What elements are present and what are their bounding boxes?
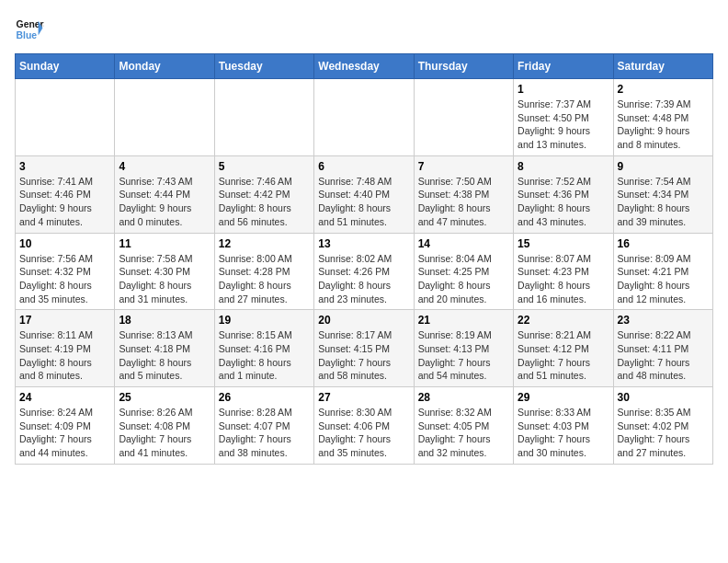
- day-info: Sunrise: 7:46 AM Sunset: 4:42 PM Dayligh…: [219, 175, 310, 229]
- day-number: 15: [518, 237, 609, 250]
- day-number: 21: [418, 314, 509, 327]
- day-number: 19: [219, 314, 310, 327]
- calendar-cell: 25Sunrise: 8:26 AM Sunset: 4:08 PM Dayli…: [115, 387, 214, 465]
- calendar-cell: 1Sunrise: 7:37 AM Sunset: 4:50 PM Daylig…: [514, 79, 613, 156]
- day-info: Sunrise: 7:43 AM Sunset: 4:44 PM Dayligh…: [119, 175, 210, 229]
- day-number: 9: [618, 160, 709, 173]
- day-info: Sunrise: 8:22 AM Sunset: 4:11 PM Dayligh…: [618, 328, 709, 383]
- day-number: 7: [418, 160, 509, 173]
- day-number: 8: [518, 160, 609, 173]
- day-number: 12: [219, 237, 310, 250]
- calendar-cell: 9Sunrise: 7:54 AM Sunset: 4:34 PM Daylig…: [613, 155, 712, 233]
- weekday-header-row: SundayMondayTuesdayWednesdayThursdayFrid…: [16, 54, 713, 79]
- day-number: 20: [318, 314, 409, 327]
- calendar-cell: 13Sunrise: 8:02 AM Sunset: 4:26 PM Dayli…: [314, 233, 414, 310]
- logo-icon: General Blue: [15, 15, 44, 44]
- day-number: 30: [618, 391, 709, 404]
- calendar-cell: 17Sunrise: 8:11 AM Sunset: 4:19 PM Dayli…: [16, 310, 115, 387]
- day-number: 2: [618, 83, 709, 96]
- day-info: Sunrise: 7:52 AM Sunset: 4:36 PM Dayligh…: [518, 175, 609, 229]
- calendar-cell: 27Sunrise: 8:30 AM Sunset: 4:06 PM Dayli…: [314, 387, 414, 465]
- day-number: 3: [19, 160, 110, 173]
- day-info: Sunrise: 7:50 AM Sunset: 4:38 PM Dayligh…: [418, 175, 509, 229]
- day-number: 13: [318, 237, 409, 250]
- weekday-header-thursday: Thursday: [414, 54, 513, 79]
- calendar-cell: 29Sunrise: 8:33 AM Sunset: 4:03 PM Dayli…: [514, 387, 613, 465]
- calendar-cell: 18Sunrise: 8:13 AM Sunset: 4:18 PM Dayli…: [115, 310, 214, 387]
- svg-text:Blue: Blue: [17, 30, 38, 40]
- day-number: 14: [418, 237, 509, 250]
- calendar-cell: 22Sunrise: 8:21 AM Sunset: 4:12 PM Dayli…: [514, 310, 613, 387]
- day-info: Sunrise: 8:28 AM Sunset: 4:07 PM Dayligh…: [219, 406, 310, 460]
- day-number: 26: [219, 391, 310, 404]
- calendar-cell: [414, 79, 513, 156]
- calendar-week-5: 24Sunrise: 8:24 AM Sunset: 4:09 PM Dayli…: [16, 387, 713, 465]
- day-info: Sunrise: 7:54 AM Sunset: 4:34 PM Dayligh…: [618, 175, 709, 229]
- day-number: 4: [119, 160, 210, 173]
- weekday-header-monday: Monday: [115, 54, 214, 79]
- calendar-cell: 24Sunrise: 8:24 AM Sunset: 4:09 PM Dayli…: [16, 387, 115, 465]
- day-number: 23: [618, 314, 709, 327]
- calendar-week-2: 3Sunrise: 7:41 AM Sunset: 4:46 PM Daylig…: [16, 155, 713, 233]
- calendar-week-4: 17Sunrise: 8:11 AM Sunset: 4:19 PM Dayli…: [16, 310, 713, 387]
- day-info: Sunrise: 8:26 AM Sunset: 4:08 PM Dayligh…: [119, 406, 210, 460]
- weekday-header-friday: Friday: [514, 54, 613, 79]
- day-number: 6: [318, 160, 409, 173]
- calendar-cell: [214, 79, 313, 156]
- day-info: Sunrise: 8:32 AM Sunset: 4:05 PM Dayligh…: [418, 406, 509, 460]
- day-info: Sunrise: 7:56 AM Sunset: 4:32 PM Dayligh…: [19, 252, 110, 306]
- day-number: 22: [518, 314, 609, 327]
- day-info: Sunrise: 8:02 AM Sunset: 4:26 PM Dayligh…: [318, 252, 409, 306]
- page-header: General Blue: [15, 15, 713, 44]
- calendar-cell: 16Sunrise: 8:09 AM Sunset: 4:21 PM Dayli…: [613, 233, 712, 310]
- day-info: Sunrise: 8:35 AM Sunset: 4:02 PM Dayligh…: [618, 406, 709, 460]
- day-number: 11: [119, 237, 210, 250]
- calendar-week-3: 10Sunrise: 7:56 AM Sunset: 4:32 PM Dayli…: [16, 233, 713, 310]
- day-number: 29: [518, 391, 609, 404]
- calendar-cell: 4Sunrise: 7:43 AM Sunset: 4:44 PM Daylig…: [115, 155, 214, 233]
- day-info: Sunrise: 8:15 AM Sunset: 4:16 PM Dayligh…: [219, 328, 310, 383]
- day-number: 1: [518, 83, 609, 96]
- calendar-table: SundayMondayTuesdayWednesdayThursdayFrid…: [15, 53, 713, 465]
- calendar-cell: 19Sunrise: 8:15 AM Sunset: 4:16 PM Dayli…: [214, 310, 313, 387]
- calendar-cell: 21Sunrise: 8:19 AM Sunset: 4:13 PM Dayli…: [414, 310, 513, 387]
- day-number: 25: [119, 391, 210, 404]
- calendar-cell: 11Sunrise: 7:58 AM Sunset: 4:30 PM Dayli…: [115, 233, 214, 310]
- day-number: 28: [418, 391, 509, 404]
- calendar-cell: 10Sunrise: 7:56 AM Sunset: 4:32 PM Dayli…: [16, 233, 115, 310]
- calendar-cell: [115, 79, 214, 156]
- day-info: Sunrise: 8:17 AM Sunset: 4:15 PM Dayligh…: [318, 328, 409, 383]
- calendar-cell: [16, 79, 115, 156]
- day-info: Sunrise: 8:13 AM Sunset: 4:18 PM Dayligh…: [119, 328, 210, 383]
- day-number: 18: [119, 314, 210, 327]
- calendar-cell: 15Sunrise: 8:07 AM Sunset: 4:23 PM Dayli…: [514, 233, 613, 310]
- day-info: Sunrise: 8:11 AM Sunset: 4:19 PM Dayligh…: [19, 328, 110, 383]
- day-info: Sunrise: 8:07 AM Sunset: 4:23 PM Dayligh…: [518, 252, 609, 306]
- day-info: Sunrise: 8:24 AM Sunset: 4:09 PM Dayligh…: [19, 406, 110, 460]
- logo: General Blue: [15, 15, 44, 44]
- calendar-week-1: 1Sunrise: 7:37 AM Sunset: 4:50 PM Daylig…: [16, 79, 713, 156]
- day-info: Sunrise: 8:09 AM Sunset: 4:21 PM Dayligh…: [618, 252, 709, 306]
- day-number: 27: [318, 391, 409, 404]
- day-info: Sunrise: 8:00 AM Sunset: 4:28 PM Dayligh…: [219, 252, 310, 306]
- weekday-header-wednesday: Wednesday: [314, 54, 414, 79]
- calendar-cell: 2Sunrise: 7:39 AM Sunset: 4:48 PM Daylig…: [613, 79, 712, 156]
- day-info: Sunrise: 7:37 AM Sunset: 4:50 PM Dayligh…: [518, 98, 609, 152]
- calendar-cell: 3Sunrise: 7:41 AM Sunset: 4:46 PM Daylig…: [16, 155, 115, 233]
- day-info: Sunrise: 8:04 AM Sunset: 4:25 PM Dayligh…: [418, 252, 509, 306]
- calendar-cell: 30Sunrise: 8:35 AM Sunset: 4:02 PM Dayli…: [613, 387, 712, 465]
- day-number: 16: [618, 237, 709, 250]
- calendar-cell: 12Sunrise: 8:00 AM Sunset: 4:28 PM Dayli…: [214, 233, 313, 310]
- weekday-header-sunday: Sunday: [16, 54, 115, 79]
- day-info: Sunrise: 8:33 AM Sunset: 4:03 PM Dayligh…: [518, 406, 609, 460]
- weekday-header-saturday: Saturday: [613, 54, 712, 79]
- calendar-cell: 8Sunrise: 7:52 AM Sunset: 4:36 PM Daylig…: [514, 155, 613, 233]
- calendar-cell: 6Sunrise: 7:48 AM Sunset: 4:40 PM Daylig…: [314, 155, 414, 233]
- day-info: Sunrise: 7:39 AM Sunset: 4:48 PM Dayligh…: [618, 98, 709, 152]
- calendar-cell: 14Sunrise: 8:04 AM Sunset: 4:25 PM Dayli…: [414, 233, 513, 310]
- calendar-cell: [314, 79, 414, 156]
- calendar-cell: 7Sunrise: 7:50 AM Sunset: 4:38 PM Daylig…: [414, 155, 513, 233]
- day-info: Sunrise: 7:48 AM Sunset: 4:40 PM Dayligh…: [318, 175, 409, 229]
- day-number: 24: [19, 391, 110, 404]
- calendar-cell: 5Sunrise: 7:46 AM Sunset: 4:42 PM Daylig…: [214, 155, 313, 233]
